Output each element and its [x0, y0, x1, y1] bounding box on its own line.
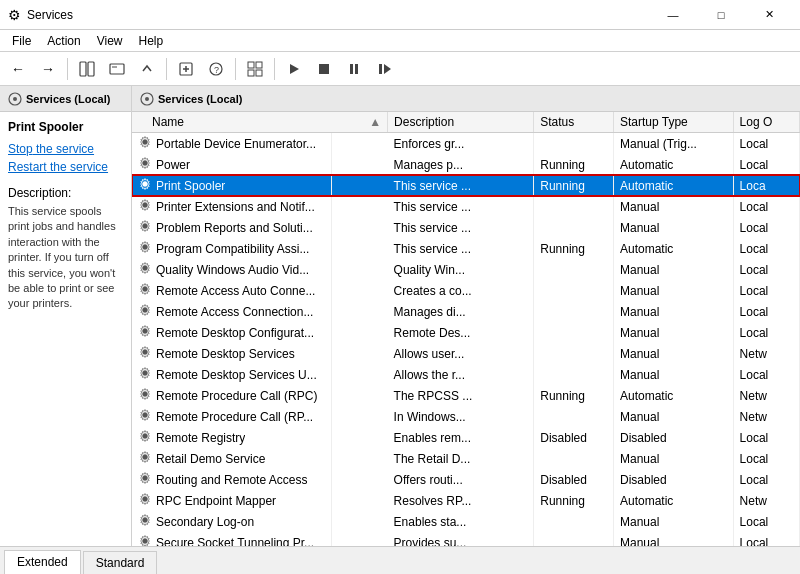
- service-name: Remote Registry: [156, 431, 245, 445]
- table-row[interactable]: Remote Access Auto Conne...Creates a co.…: [132, 280, 800, 301]
- service-desc-cell: This service ...: [388, 175, 534, 196]
- stop-button[interactable]: [310, 55, 338, 83]
- table-row[interactable]: PowerManages p...RunningAutomaticLocal: [132, 154, 800, 175]
- menu-action[interactable]: Action: [39, 32, 88, 50]
- svg-point-40: [143, 497, 148, 502]
- svg-rect-15: [350, 64, 353, 74]
- table-row[interactable]: Printer Extensions and Notif...This serv…: [132, 196, 800, 217]
- col-status[interactable]: Status: [534, 112, 614, 133]
- services-table[interactable]: Name ▲ Description Status Startup Type L…: [132, 112, 800, 546]
- gear-icon: [138, 282, 152, 296]
- col-name[interactable]: Name ▲: [132, 112, 388, 133]
- service-status-cell: Running: [534, 154, 614, 175]
- service-name-cell: Retail Demo Service: [132, 448, 332, 469]
- table-row[interactable]: Routing and Remote AccessOffers routi...…: [132, 469, 800, 490]
- help-icon: ?: [208, 61, 224, 77]
- service-name: Power: [156, 158, 190, 172]
- table-row[interactable]: Portable Device Enumerator...Enforces gr…: [132, 133, 800, 155]
- back-button[interactable]: ←: [4, 55, 32, 83]
- minimize-button[interactable]: —: [650, 0, 696, 30]
- show-hide-console-button[interactable]: [103, 55, 131, 83]
- service-status-cell: [534, 217, 614, 238]
- pause-button[interactable]: [340, 55, 368, 83]
- help-button[interactable]: ?: [202, 55, 230, 83]
- gear-icon: [138, 471, 152, 485]
- svg-point-32: [143, 329, 148, 334]
- table-row[interactable]: Quality Windows Audio Vid...Quality Win.…: [132, 259, 800, 280]
- service-logon-cell: Local: [733, 364, 799, 385]
- forward-button[interactable]: →: [34, 55, 62, 83]
- service-name: Remote Desktop Services: [156, 347, 295, 361]
- up-button[interactable]: [133, 55, 161, 83]
- service-desc-cell: Offers routi...: [388, 469, 534, 490]
- col-startup[interactable]: Startup Type: [613, 112, 733, 133]
- service-desc-cell: Enables sta...: [388, 511, 534, 532]
- service-name: Retail Demo Service: [156, 452, 265, 466]
- service-logon-cell: Netw: [733, 490, 799, 511]
- tab-extended[interactable]: Extended: [4, 550, 81, 574]
- new-button[interactable]: [172, 55, 200, 83]
- service-startup-cell: Disabled: [613, 427, 733, 448]
- stop-icon: [316, 61, 332, 77]
- service-name: Problem Reports and Soluti...: [156, 221, 313, 235]
- table-row[interactable]: Remote Desktop Services U...Allows the r…: [132, 364, 800, 385]
- table-row[interactable]: RPC Endpoint MapperResolves RP...Running…: [132, 490, 800, 511]
- svg-point-42: [143, 539, 148, 544]
- service-desc-cell: Enables rem...: [388, 427, 534, 448]
- svg-point-37: [143, 434, 148, 439]
- service-desc-cell: Allows user...: [388, 343, 534, 364]
- table-row[interactable]: Print SpoolerThis service ...RunningAuto…: [132, 175, 800, 196]
- gear-icon: [138, 156, 152, 173]
- maximize-button[interactable]: □: [698, 0, 744, 30]
- table-row[interactable]: Secondary Log-onEnables sta...ManualLoca…: [132, 511, 800, 532]
- tab-standard[interactable]: Standard: [83, 551, 158, 574]
- table-row[interactable]: Secure Socket Tunneling Pr...Provides su…: [132, 532, 800, 546]
- gear-icon: [138, 429, 152, 446]
- gear-icon: [138, 261, 152, 275]
- table-row[interactable]: Retail Demo ServiceThe Retail D...Manual…: [132, 448, 800, 469]
- col-logon[interactable]: Log O: [733, 112, 799, 133]
- service-startup-cell: Manual: [613, 343, 733, 364]
- view-button[interactable]: [241, 55, 269, 83]
- service-startup-cell: Manual: [613, 364, 733, 385]
- resume-button[interactable]: [370, 55, 398, 83]
- gear-icon: [138, 408, 152, 425]
- menu-help[interactable]: Help: [131, 32, 172, 50]
- svg-point-29: [143, 266, 148, 271]
- menu-view[interactable]: View: [89, 32, 131, 50]
- col-description[interactable]: Description: [388, 112, 534, 133]
- services-local-icon: [8, 92, 22, 106]
- service-logon-cell: Loca: [733, 175, 799, 196]
- table-row[interactable]: Problem Reports and Soluti...This servic…: [132, 217, 800, 238]
- svg-point-36: [143, 413, 148, 418]
- table-row[interactable]: Remote Procedure Call (RP...In Windows..…: [132, 406, 800, 427]
- table-row[interactable]: Program Compatibility Assi...This servic…: [132, 238, 800, 259]
- service-logon-cell: Local: [733, 133, 799, 155]
- show-hide-tree-button[interactable]: [73, 55, 101, 83]
- table-row[interactable]: Remote Desktop ServicesAllows user...Man…: [132, 343, 800, 364]
- svg-rect-10: [256, 62, 262, 68]
- close-button[interactable]: ✕: [746, 0, 792, 30]
- service-startup-cell: Manual: [613, 322, 733, 343]
- restart-service-link[interactable]: Restart the service: [8, 160, 123, 174]
- service-startup-cell: Automatic: [613, 238, 733, 259]
- service-startup-cell: Manual: [613, 511, 733, 532]
- gear-icon: [138, 135, 152, 152]
- table-row[interactable]: Remote Desktop Configurat...Remote Des..…: [132, 322, 800, 343]
- table-row[interactable]: Remote Procedure Call (RPC)The RPCSS ...…: [132, 385, 800, 406]
- table-row[interactable]: Remote Access Connection...Manages di...…: [132, 301, 800, 322]
- service-status-cell: [534, 259, 614, 280]
- gear-icon: [138, 534, 152, 546]
- table-row[interactable]: Remote RegistryEnables rem...DisabledDis…: [132, 427, 800, 448]
- service-desc-cell: This service ...: [388, 238, 534, 259]
- right-panel: Services (Local) Name ▲ Description Stat…: [132, 86, 800, 546]
- service-logon-cell: Local: [733, 154, 799, 175]
- service-desc-cell: Remote Des...: [388, 322, 534, 343]
- service-status-cell: [534, 196, 614, 217]
- menu-file[interactable]: File: [4, 32, 39, 50]
- stop-service-link[interactable]: Stop the service: [8, 142, 123, 156]
- svg-rect-16: [355, 64, 358, 74]
- service-desc-cell: Manages di...: [388, 301, 534, 322]
- gear-icon: [138, 156, 152, 170]
- start-button[interactable]: [280, 55, 308, 83]
